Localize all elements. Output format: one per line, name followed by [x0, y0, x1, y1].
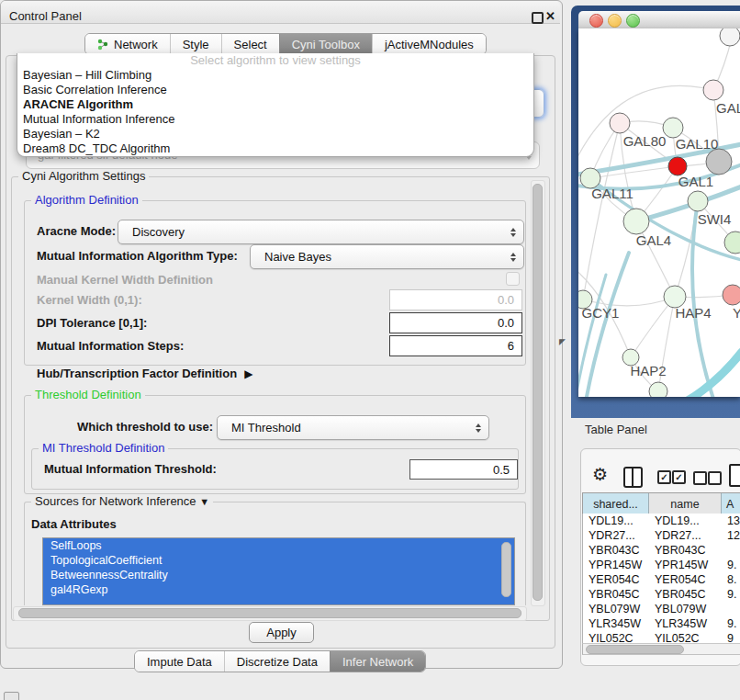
- cell: YER054C: [649, 572, 722, 587]
- network-node[interactable]: [706, 149, 732, 175]
- gear-icon[interactable]: ⚙: [592, 464, 608, 485]
- cell: YBR043C: [649, 543, 722, 558]
- network-graph: GAL80 GAL10 GAL1 GAL11 SWI4 GAL4 GCY1 HA…: [578, 28, 740, 397]
- table-row[interactable]: YPR145WYPR145W9.: [583, 558, 740, 572]
- zoom-traffic-light[interactable]: [626, 14, 640, 28]
- network-canvas[interactable]: GAL80 GAL10 GAL1 GAL11 SWI4 GAL4 GCY1 HA…: [578, 28, 740, 397]
- minimize-traffic-light[interactable]: [608, 14, 622, 28]
- network-node[interactable]: [688, 191, 708, 211]
- table-row[interactable]: YBR043CYBR043C: [583, 543, 740, 558]
- cell: YBL079W: [649, 602, 722, 616]
- cell: YER054C: [583, 572, 649, 587]
- network-node[interactable]: [720, 28, 740, 46]
- algorithm-definition-title: Algorithm Definition: [31, 194, 142, 207]
- float-window-icon[interactable]: [532, 12, 544, 24]
- dpi-tolerance-field[interactable]: 0.0: [389, 312, 522, 333]
- algorithm-option[interactable]: Basic Correlation Inference: [17, 83, 533, 97]
- close-icon[interactable]: ✕: [545, 9, 555, 23]
- docked-panel-icon[interactable]: [4, 692, 19, 700]
- network-node[interactable]: [724, 231, 740, 254]
- table-row[interactable]: YIL052CYIL052C9: [583, 631, 740, 643]
- split-columns-icon[interactable]: [623, 467, 643, 488]
- cell: YIL052C: [649, 631, 722, 643]
- network-node[interactable]: [623, 209, 649, 234]
- table-row[interactable]: YLR345WYLR345W9.: [583, 616, 740, 631]
- cell: YBR045C: [583, 587, 649, 602]
- unchecked-checkbox-icon[interactable]: [693, 471, 707, 485]
- mi-type-combo[interactable]: Naive Bayes: [250, 244, 524, 269]
- tab-select[interactable]: Select: [221, 34, 279, 54]
- algorithm-option[interactable]: Mutual Information Inference: [17, 112, 533, 127]
- document-icon[interactable]: [729, 464, 740, 487]
- algorithm-option[interactable]: Dream8 DC_TDC Algorithm: [17, 141, 533, 156]
- mi-threshold-field[interactable]: 0.5: [409, 459, 518, 480]
- settings-hscrollbar[interactable]: [13, 606, 527, 621]
- collapse-arrow-icon[interactable]: ▼: [199, 496, 209, 507]
- unchecked-checkbox-icon[interactable]: [708, 471, 722, 485]
- attribute-item[interactable]: TopologicalCoefficient: [43, 553, 514, 568]
- tab-infer-network[interactable]: Infer Network: [330, 651, 425, 672]
- table-hscrollbar[interactable]: [582, 643, 740, 655]
- checked-checkbox-icon[interactable]: ✓: [657, 470, 671, 484]
- manual-kernel-checkbox[interactable]: [506, 272, 520, 286]
- tab-network[interactable]: Network: [85, 34, 170, 54]
- edge-thick-teal: [679, 352, 740, 397]
- cell: YLR345W: [649, 616, 722, 631]
- cell: 9.: [722, 616, 740, 631]
- mi-steps-field[interactable]: 6: [389, 335, 522, 356]
- which-threshold-combo[interactable]: MI Threshold: [217, 415, 489, 440]
- attribute-item[interactable]: BetweennessCentrality: [43, 568, 514, 582]
- algorithm-option[interactable]: Bayesian – K2: [17, 127, 533, 141]
- cell: YBR045C: [649, 587, 722, 602]
- network-node[interactable]: [703, 80, 723, 100]
- aracne-mode-combo[interactable]: Discovery: [118, 220, 524, 244]
- table-row[interactable]: YBL079WYBL079W: [583, 602, 740, 616]
- node-label: GAL: [716, 100, 740, 116]
- tab-label: Style: [183, 38, 209, 51]
- tab-label: Network: [114, 38, 158, 51]
- table-row[interactable]: YDL19...YDL19...13: [583, 514, 740, 528]
- table-hscrollbar-thumb[interactable]: [586, 645, 684, 654]
- tab-discretize-data[interactable]: Discretize Data: [224, 651, 330, 672]
- column-header-shared[interactable]: shared...: [583, 493, 649, 514]
- network-node[interactable]: [610, 113, 630, 133]
- table-header-row: shared... name A: [582, 492, 740, 514]
- node-label: GAL80: [623, 133, 667, 149]
- column-header-name[interactable]: name: [649, 493, 722, 514]
- algorithm-option[interactable]: Bayesian – Hill Climbing: [17, 68, 533, 83]
- network-node[interactable]: [723, 285, 740, 305]
- tab-jactivemnodules[interactable]: jActiveMNodules: [372, 34, 486, 54]
- table-row[interactable]: YBR045CYBR045C9.: [583, 587, 740, 602]
- network-node-selected[interactable]: [668, 157, 687, 175]
- tab-impute-data[interactable]: Impute Data: [135, 651, 224, 672]
- bottom-tab-bar: Impute Data Discretize Data Infer Networ…: [134, 650, 426, 672]
- apply-button[interactable]: Apply: [249, 622, 314, 643]
- algorithm-option-selected[interactable]: ARACNE Algorithm: [17, 97, 533, 112]
- node-label: HAP2: [630, 363, 666, 378]
- tab-label: Discretize Data: [237, 655, 318, 669]
- tab-cyni-toolbox[interactable]: Cyni Toolbox: [279, 34, 372, 54]
- table-row[interactable]: YER054CYER054C8.: [583, 572, 740, 587]
- checked-checkbox-icon[interactable]: ✓: [672, 470, 686, 484]
- node-label: Y: [733, 305, 740, 321]
- node-label: GCY1: [582, 305, 620, 321]
- mi-type-label: Mutual Information Algorithm Type:: [37, 244, 238, 267]
- attribute-item[interactable]: gal4RGexp: [43, 582, 514, 597]
- table-row[interactable]: YDR27...YDR27...12: [583, 528, 740, 543]
- settings-vscrollbar[interactable]: [531, 180, 545, 606]
- aracne-mode-label: Aracne Mode:: [37, 220, 116, 243]
- node-label: GAL10: [676, 136, 719, 152]
- table-panel-title: Table Panel: [585, 423, 647, 436]
- settings-hscrollbar-thumb[interactable]: [18, 608, 521, 618]
- kernel-width-field[interactable]: 0.0: [389, 289, 522, 310]
- threshold-definition-title: Threshold Definition: [31, 389, 145, 401]
- hub-definition-row[interactable]: Hub/Transcription Factor Definition ▶: [37, 367, 252, 380]
- close-traffic-light[interactable]: [589, 14, 603, 28]
- expand-arrow-icon[interactable]: ▶: [244, 367, 252, 380]
- settings-vscrollbar-thumb[interactable]: [533, 184, 543, 601]
- list-vscrollbar-thumb[interactable]: [501, 542, 511, 597]
- tab-style[interactable]: Style: [170, 34, 221, 54]
- attribute-item[interactable]: SelfLoops: [43, 538, 514, 553]
- column-header-partial[interactable]: A: [722, 493, 740, 514]
- network-node[interactable]: [649, 382, 667, 397]
